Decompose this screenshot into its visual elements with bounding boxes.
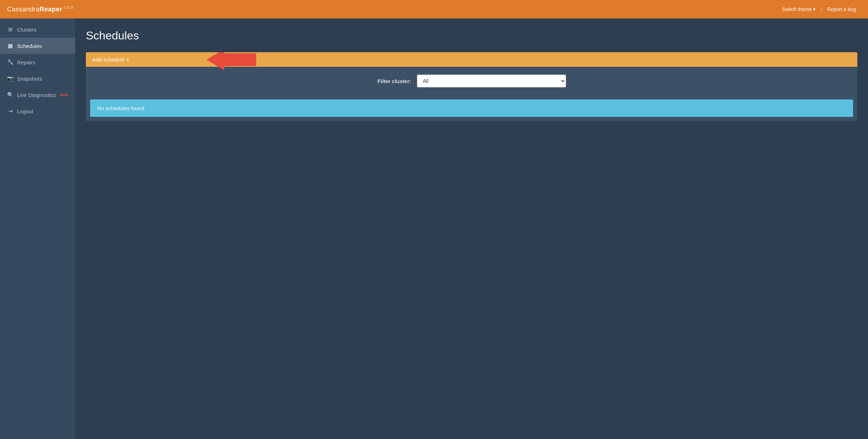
beta-badge: beta [60,93,68,97]
sidebar-label-schedules: Schedules [17,43,42,49]
no-schedules-message: No schedules found [90,99,853,117]
filter-cluster-label: Filter cluster: [377,78,411,84]
sidebar: ⊞ Clusters ▦ Schedules 🔧 Repairs 📷 Snaps… [0,18,75,439]
sidebar-label-snapshots: Snapshots [17,76,42,82]
brand-suffix: Reaper [40,6,62,13]
logout-icon: ⇥ [7,108,13,114]
sidebar-label-repairs: Repairs [17,59,35,65]
add-schedule-bar[interactable]: Add schedule ▾ [86,52,857,67]
sidebar-item-schedules[interactable]: ▦ Schedules [0,38,75,54]
report-bug-label: Report a bug [827,6,856,12]
brand-version: 2.0.5 [64,5,73,10]
brand-logo: CassandraReaper2.0.5 [7,5,73,13]
add-schedule-chevron: ▾ [127,57,129,62]
sidebar-item-snapshots[interactable]: 📷 Snapshots [0,70,75,87]
switch-theme-link[interactable]: Switch theme ▾ [777,4,820,14]
sidebar-item-clusters[interactable]: ⊞ Clusters [0,21,75,38]
snapshots-icon: 📷 [7,75,13,82]
repairs-icon: 🔧 [7,59,13,65]
sidebar-item-logout[interactable]: ⇥ Logout [0,103,75,119]
switch-theme-label: Switch theme [782,6,812,12]
page-title: Schedules [86,29,857,42]
chevron-down-icon: ▾ [813,6,815,12]
sidebar-item-repairs[interactable]: 🔧 Repairs [0,54,75,70]
arrow-body [224,53,256,66]
schedules-panel: Add schedule ▾ Filter cluster: All [86,52,857,121]
filter-section: Filter cluster: All [86,67,857,95]
diagnostics-icon: 🔍 [7,92,13,98]
clusters-icon: ⊞ [7,26,13,33]
schedules-icon: ▦ [7,43,13,49]
sidebar-label-clusters: Clusters [17,27,37,33]
sidebar-item-live-diagnostics[interactable]: 🔍 Live Diagnostics beta [0,87,75,103]
app-body: ⊞ Clusters ▦ Schedules 🔧 Repairs 📷 Snaps… [0,18,868,439]
navbar-right: Switch theme ▾ | Report a bug [777,4,861,14]
main-content: Schedules Add schedule ▾ Filter clust [75,18,868,439]
report-bug-link[interactable]: Report a bug [822,4,861,14]
brand-prefix: Cassandra [7,6,40,13]
add-schedule-label: Add schedule ▾ [92,56,129,63]
panel-body: No schedules found [86,99,857,117]
sidebar-label-diagnostics: Live Diagnostics [17,92,56,98]
add-schedule-text: Add schedule [92,56,125,63]
filter-cluster-select[interactable]: All [417,75,566,87]
navbar: CassandraReaper2.0.5 Switch theme ▾ | Re… [0,0,868,18]
sidebar-label-logout: Logout [17,108,33,114]
